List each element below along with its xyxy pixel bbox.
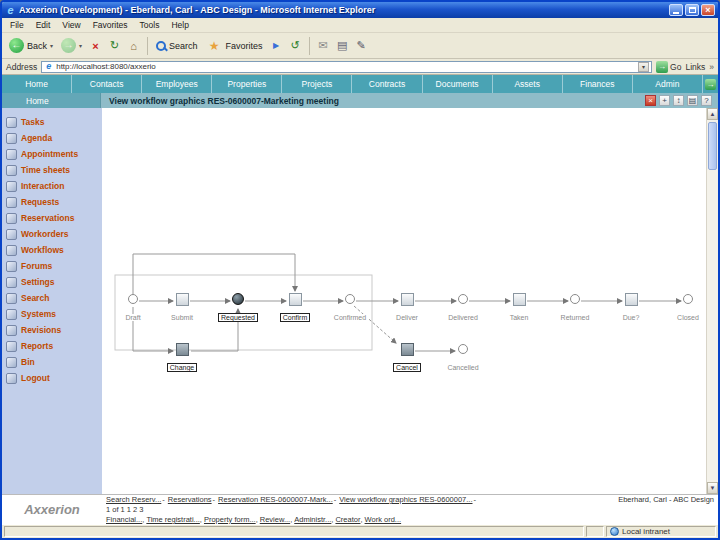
workflow-node-due: Due? <box>599 292 663 324</box>
search-button[interactable]: Search <box>153 40 201 52</box>
print-button[interactable]: ▤ <box>334 37 351 54</box>
tab-contacts[interactable]: Contacts <box>72 75 142 93</box>
sidebar-item-revisions[interactable]: Revisions <box>2 322 102 338</box>
breadcrumb-link[interactable]: Reservation RES-0600007-Mark... <box>218 495 337 505</box>
tab-employees[interactable]: Employees <box>142 75 212 93</box>
breadcrumb-link[interactable]: Reservations <box>168 495 216 505</box>
history-button[interactable]: ↺ <box>287 37 304 54</box>
sidebar-item-workflows[interactable]: Workflows <box>2 242 102 258</box>
menu-tools[interactable]: Tools <box>134 19 166 31</box>
scrollbar-track[interactable] <box>707 120 718 482</box>
submit-action-icon[interactable] <box>176 293 189 306</box>
menu-favorites[interactable]: Favorites <box>87 19 134 31</box>
menu-view[interactable]: View <box>56 19 86 31</box>
sidebar-item-forums[interactable]: Forums <box>2 258 102 274</box>
mail-button[interactable]: ✉ <box>315 37 332 54</box>
due-action-icon[interactable] <box>625 293 638 306</box>
tab-admin[interactable]: Admin <box>633 75 703 93</box>
home-button[interactable]: ⌂ <box>125 37 142 54</box>
change-action-icon[interactable] <box>176 343 189 356</box>
address-dropdown-icon[interactable]: ▾ <box>638 62 649 72</box>
breadcrumb-link[interactable]: Search Reserv... <box>106 495 166 505</box>
workflow-node-closed: Closed <box>656 292 706 324</box>
tab-assets[interactable]: Assets <box>493 75 563 93</box>
back-dropdown-icon[interactable]: ▾ <box>50 42 53 49</box>
help-icon[interactable]: ? <box>701 95 712 106</box>
sidebar-item-search[interactable]: Search <box>2 290 102 306</box>
close-view-icon[interactable]: × <box>645 95 656 106</box>
scrollbar-thumb[interactable] <box>708 122 717 170</box>
cancel-action-icon[interactable] <box>401 343 414 356</box>
tab-contracts[interactable]: Contracts <box>352 75 422 93</box>
tab-projects[interactable]: Projects <box>282 75 352 93</box>
tab-scroll-button[interactable]: → <box>703 75 718 93</box>
sidebar-item-reservations[interactable]: Reservations <box>2 210 102 226</box>
logo-text: Axxerion <box>24 502 80 517</box>
sidebar-item-tasks[interactable]: Tasks <box>2 114 102 130</box>
move-icon[interactable]: + <box>659 95 670 106</box>
address-input[interactable]: e http://localhost:8080/axxerio ▾ <box>41 61 652 73</box>
browser-window: e Axxerion (Development) - Eberhard, Car… <box>0 0 720 540</box>
close-button[interactable]: × <box>701 4 715 16</box>
menu-help[interactable]: Help <box>165 19 194 31</box>
footer-link[interactable]: Review... <box>260 515 293 524</box>
sidebar-item-interaction[interactable]: Interaction <box>2 178 102 194</box>
workflow-node-label[interactable]: Change <box>167 363 198 372</box>
refresh-button[interactable]: ↻ <box>106 37 123 54</box>
go-button[interactable]: → Go <box>656 61 681 73</box>
print-view-icon[interactable]: ▤ <box>687 95 698 106</box>
sidebar-item-logout[interactable]: Logout <box>2 370 102 386</box>
sidebar-item-appointments[interactable]: Appointments <box>2 146 102 162</box>
tab-finances[interactable]: Finances <box>563 75 633 93</box>
sidebar-item-systems[interactable]: Systems <box>2 306 102 322</box>
toolbar-separator <box>309 37 310 55</box>
footer-link[interactable]: Administr... <box>294 515 333 524</box>
workflow-node-label[interactable]: Cancel <box>393 363 421 372</box>
forward-button[interactable]: → ▾ <box>58 37 85 54</box>
sidebar-item-label: Logout <box>21 373 50 383</box>
sidebar-item-bin[interactable]: Bin <box>2 354 102 370</box>
footer-link[interactable]: Financial... <box>106 515 144 524</box>
confirm-action-icon[interactable] <box>289 293 302 306</box>
sidebar-item-workorders[interactable]: Workorders <box>2 226 102 242</box>
workflow-node-label: Returned <box>559 314 592 321</box>
footer-link[interactable]: Time registrati... <box>146 515 202 524</box>
workflow-node-taken: Taken <box>487 292 551 324</box>
footer-link[interactable]: Property form... <box>204 515 258 524</box>
minimize-button[interactable] <box>669 4 683 16</box>
edit-button[interactable]: ✎ <box>353 37 370 54</box>
tab-home[interactable]: Home <box>2 75 72 93</box>
footer-link[interactable]: Creator <box>335 515 362 524</box>
sidebar-item-reports[interactable]: Reports <box>2 338 102 354</box>
sidebar-item-agenda[interactable]: Agenda <box>2 130 102 146</box>
vertical-scrollbar[interactable]: ▲ ▼ <box>706 108 718 494</box>
sidebar-item-time-sheets[interactable]: Time sheets <box>2 162 102 178</box>
forward-dropdown-icon[interactable]: ▾ <box>79 42 82 49</box>
breadcrumb-link[interactable]: View workflow graphics RES-0600007... <box>339 495 477 505</box>
deliver-action-icon[interactable] <box>401 293 414 306</box>
maximize-button[interactable] <box>685 4 699 16</box>
sidebar-item-settings[interactable]: Settings <box>2 274 102 290</box>
tab-properties[interactable]: Properties <box>212 75 282 93</box>
links-label[interactable]: Links <box>685 62 705 72</box>
subheader-home-tab[interactable]: Home <box>2 93 101 108</box>
media-button[interactable]: ▶ <box>268 37 285 54</box>
related-links: Financial... Time registrati... Property… <box>106 515 714 524</box>
security-zone-panel: Local intranet <box>606 526 716 537</box>
taken-action-icon[interactable] <box>513 293 526 306</box>
workflow-node-label[interactable]: Confirm <box>280 313 311 322</box>
footer-link[interactable]: Work ord... <box>365 515 402 524</box>
menu-edit[interactable]: Edit <box>30 19 57 31</box>
pagination[interactable]: 1 of 1 1 2 3 <box>106 505 714 515</box>
back-button[interactable]: ← Back ▾ <box>6 37 56 54</box>
stop-button[interactable]: × <box>87 37 104 54</box>
menu-file[interactable]: File <box>4 19 30 31</box>
scroll-up-icon[interactable]: ▲ <box>707 108 718 120</box>
tab-documents[interactable]: Documents <box>423 75 493 93</box>
reports-icon <box>6 341 17 352</box>
scroll-down-icon[interactable]: ▼ <box>707 482 718 494</box>
favorites-button[interactable]: ★ Favorites <box>203 36 266 55</box>
resize-icon[interactable]: ↕ <box>673 95 684 106</box>
sidebar-item-requests[interactable]: Requests <box>2 194 102 210</box>
workflow-node-label[interactable]: Requested <box>218 313 258 322</box>
